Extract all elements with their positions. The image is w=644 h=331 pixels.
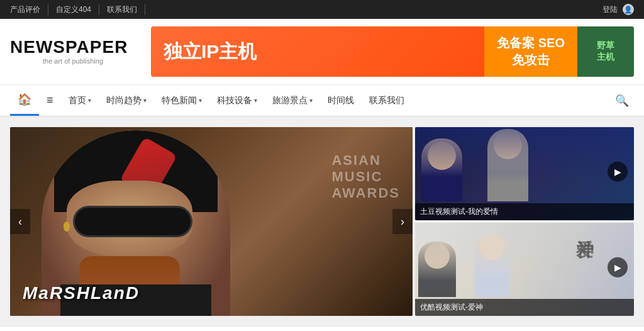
hero-prev-button[interactable]: ‹ xyxy=(10,209,30,234)
ad-sub-right: 免攻击 xyxy=(512,52,550,69)
nav-label-contact: 联系我们 xyxy=(369,95,404,106)
header: NEWSPAPER the art of publishing 独立IP主机 免… xyxy=(0,19,644,84)
video-title-2: 优酷视频测试-爱神 xyxy=(415,299,634,316)
nav-item-home[interactable]: 🏠 xyxy=(10,85,39,116)
video-thumb-2[interactable]: 爱神 优酷视频测试-爱神 ▶ xyxy=(415,223,634,316)
hero-overlay-text: MaRSHLanD xyxy=(23,283,140,303)
nav-label-featured: 特色新闻 xyxy=(162,95,197,106)
hero-next-button[interactable]: › xyxy=(392,209,413,234)
menu-icon: ≡ xyxy=(47,94,53,107)
nav-item-featured[interactable]: 特色新闻 ▾ xyxy=(154,87,209,114)
login-label: 登陆 xyxy=(602,4,618,15)
search-button[interactable]: 🔍 xyxy=(610,89,634,113)
topbar-item-product[interactable]: 产品评价 xyxy=(10,4,48,15)
topbar-item-contact[interactable]: 联系我们 xyxy=(99,4,145,15)
video-play-btn-2[interactable]: ▶ xyxy=(608,257,628,278)
chevron-icon-2: ▾ xyxy=(143,97,147,104)
nav-item-timeline[interactable]: 时间线 xyxy=(320,87,362,114)
ad-right: 野草 主机 xyxy=(577,26,634,77)
video-thumb-1[interactable]: 土豆视频测试-我的爱情 ▶ xyxy=(415,127,634,220)
video-play-btn-1[interactable]: ▶ xyxy=(608,162,628,182)
top-bar-login[interactable]: 登陆 👤 xyxy=(602,4,634,15)
main-nav: 🏠 ≡ 首页 ▾ 时尚趋势 ▾ 特色新闻 ▾ 科技设备 ▾ 旅游景点 ▾ 时间线 xyxy=(0,84,644,117)
nav-item-contact[interactable]: 联系我们 xyxy=(362,87,412,114)
nav-item-tech[interactable]: 科技设备 ▾ xyxy=(209,87,265,114)
top-bar: 产品评价 自定义404 联系我们 登陆 👤 xyxy=(0,0,644,19)
chevron-icon-3: ▾ xyxy=(199,97,202,104)
nav-item-travel[interactable]: 旅游景点 ▾ xyxy=(265,87,320,114)
hero-bg-text: ASIANMUSICAWARDS xyxy=(331,152,400,201)
logo-title[interactable]: NEWSPAPER xyxy=(10,38,136,56)
logo-subtitle: the art of publishing xyxy=(10,57,136,65)
user-icon: 👤 xyxy=(623,4,634,15)
home-icon: 🏠 xyxy=(18,93,31,106)
hero-image: ASIANMUSICAWARDS MaRSHLanD xyxy=(10,127,413,316)
nav-label-tech: 科技设备 xyxy=(217,95,252,106)
chevron-icon: ▾ xyxy=(88,97,91,104)
nav-item-shouye[interactable]: 首页 ▾ xyxy=(61,87,99,114)
ad-badge: 野草 主机 xyxy=(597,40,614,63)
nav-item-fashion[interactable]: 时尚趋势 ▾ xyxy=(99,87,154,114)
chevron-icon-5: ▾ xyxy=(309,97,313,104)
video-title-1: 土豆视频测试-我的爱情 xyxy=(415,203,634,220)
top-bar-nav: 产品评价 自定义404 联系我们 xyxy=(10,4,145,15)
nav-label-shouye: 首页 xyxy=(69,95,86,106)
ad-middle: 免备案 SEO 免攻击 xyxy=(484,26,577,77)
ad-sub-left: 免备案 SEO xyxy=(497,35,565,52)
hero-glasses xyxy=(73,206,192,237)
chevron-icon-4: ▾ xyxy=(254,97,257,104)
nav-label-fashion: 时尚趋势 xyxy=(106,95,142,106)
logo-area: NEWSPAPER the art of publishing xyxy=(10,38,136,65)
nav-items: 🏠 ≡ 首页 ▾ 时尚趋势 ▾ 特色新闻 ▾ 科技设备 ▾ 旅游景点 ▾ 时间线 xyxy=(10,85,610,116)
side-videos: 土豆视频测试-我的爱情 ▶ 爱神 优酷视频测试-爱神 ▶ xyxy=(415,127,634,316)
hero-slider: ASIANMUSICAWARDS MaRSHLanD ‹ › xyxy=(10,127,413,316)
ad-left: 独立IP主机 xyxy=(151,36,484,67)
topbar-item-404[interactable]: 自定义404 xyxy=(48,4,99,15)
nav-label-timeline: 时间线 xyxy=(328,95,354,106)
nav-item-menu[interactable]: ≡ xyxy=(39,86,61,115)
ad-banner[interactable]: 独立IP主机 免备案 SEO 免攻击 野草 主机 xyxy=(151,26,634,77)
main-content: ASIANMUSICAWARDS MaRSHLanD ‹ › 土豆视频测试-我的… xyxy=(0,117,644,326)
ad-main-text: 独立IP主机 xyxy=(164,42,472,61)
hero-earring xyxy=(64,222,70,232)
bottom-bar: powerpress56 test jv/wlv... xyxy=(0,326,644,331)
nav-label-travel: 旅游景点 xyxy=(272,95,308,106)
